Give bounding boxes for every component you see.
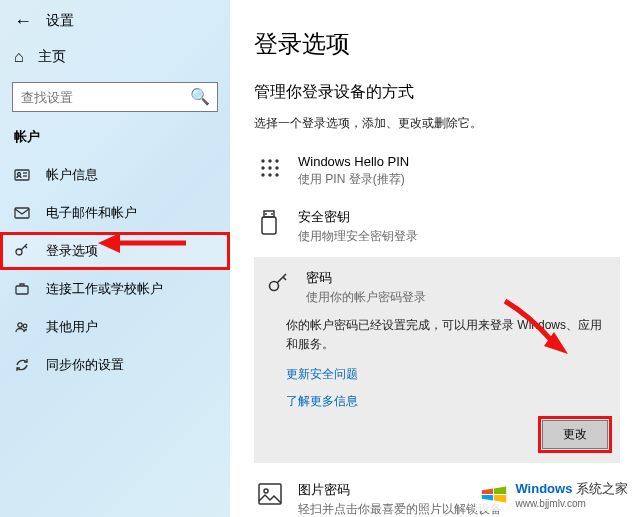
pin-pad-icon [258, 154, 284, 188]
svg-point-15 [268, 166, 271, 169]
sidebar-item-label: 登录选项 [46, 242, 98, 260]
svg-point-8 [23, 324, 27, 328]
section-intro: 选择一个登录选项，添加、更改或删除它。 [254, 115, 620, 132]
windows-logo-icon [479, 479, 509, 509]
briefcase-icon [14, 281, 32, 297]
svg-marker-28 [482, 488, 493, 494]
key-icon [266, 269, 292, 306]
password-detail-text: 你的帐户密码已经设置完成，可以用来登录 Windows、应用和服务。 [286, 316, 608, 354]
signin-option-password-expanded: 密码 使用你的帐户密码登录 你的帐户密码已经设置完成，可以用来登录 Window… [254, 257, 620, 463]
option-subtitle: 使用物理安全密钥登录 [298, 228, 616, 245]
svg-point-26 [264, 489, 268, 493]
picture-icon [258, 481, 284, 517]
svg-marker-30 [482, 495, 493, 501]
svg-point-1 [18, 173, 21, 176]
sidebar-item-sync[interactable]: 同步你的设置 [0, 346, 230, 384]
option-title: 安全密钥 [298, 208, 616, 226]
signin-option-password[interactable]: 密码 使用你的帐户密码登录 [266, 269, 608, 316]
watermark-sub: 系统之家 [576, 481, 628, 496]
settings-title: 设置 [46, 12, 74, 30]
watermark: Windows 系统之家 www.bjjmlv.com [475, 477, 632, 511]
svg-marker-29 [494, 487, 506, 495]
sidebar-item-label: 其他用户 [46, 318, 98, 336]
svg-rect-21 [262, 217, 276, 234]
svg-point-12 [268, 159, 271, 162]
watermark-brand: Windows [515, 481, 572, 496]
sync-icon [14, 357, 32, 373]
watermark-site: www.bjjmlv.com [515, 498, 628, 509]
update-security-questions-link[interactable]: 更新安全问题 [286, 366, 608, 383]
sidebar-item-other-users[interactable]: 其他用户 [0, 308, 230, 346]
svg-point-7 [18, 323, 22, 327]
home-nav[interactable]: ⌂ 主页 [0, 38, 230, 76]
sidebar-item-label: 帐户信息 [46, 166, 98, 184]
sidebar-item-email[interactable]: 电子邮件和帐户 [0, 194, 230, 232]
svg-marker-31 [494, 495, 506, 503]
svg-point-16 [275, 166, 278, 169]
option-title: Windows Hello PIN [298, 154, 616, 169]
settings-sidebar: ← 设置 ⌂ 主页 🔍 帐户 帐户信息 电子邮件和帐户 [0, 0, 230, 517]
signin-option-pin[interactable]: Windows Hello PIN 使用 PIN 登录(推荐) [254, 146, 620, 196]
section-heading: 管理你登录设备的方式 [254, 82, 620, 103]
sidebar-item-signin-options[interactable]: 登录选项 [0, 232, 230, 270]
change-password-button[interactable]: 更改 [542, 420, 608, 449]
sidebar-category: 帐户 [0, 122, 230, 156]
search-input[interactable] [12, 82, 218, 112]
main-panel: 登录选项 管理你登录设备的方式 选择一个登录选项，添加、更改或删除它。 Wind… [230, 0, 640, 517]
usb-key-icon [258, 208, 284, 245]
svg-rect-4 [15, 208, 29, 218]
svg-point-17 [261, 173, 264, 176]
home-icon: ⌂ [14, 48, 24, 66]
page-title: 登录选项 [254, 28, 620, 60]
option-subtitle: 使用你的帐户密码登录 [306, 289, 608, 306]
mail-icon [14, 205, 32, 221]
sidebar-item-label: 同步你的设置 [46, 356, 124, 374]
svg-point-14 [261, 166, 264, 169]
svg-point-5 [16, 249, 22, 255]
svg-point-18 [268, 173, 271, 176]
svg-point-19 [275, 173, 278, 176]
sidebar-item-work-school[interactable]: 连接工作或学校帐户 [0, 270, 230, 308]
svg-point-13 [275, 159, 278, 162]
home-label: 主页 [38, 48, 66, 66]
key-icon [14, 243, 32, 259]
back-arrow-icon[interactable]: ← [14, 12, 32, 30]
svg-point-11 [261, 159, 264, 162]
learn-more-link[interactable]: 了解更多信息 [286, 393, 608, 410]
annotation-highlight-box: 更改 [542, 420, 608, 449]
option-subtitle: 使用 PIN 登录(推荐) [298, 171, 616, 188]
sidebar-item-label: 电子邮件和帐户 [46, 204, 137, 222]
svg-rect-6 [16, 286, 28, 294]
person-card-icon [14, 167, 32, 183]
people-icon [14, 319, 32, 335]
sidebar-item-label: 连接工作或学校帐户 [46, 280, 163, 298]
option-title: 密码 [306, 269, 608, 287]
sidebar-item-account-info[interactable]: 帐户信息 [0, 156, 230, 194]
signin-option-security-key[interactable]: 安全密钥 使用物理安全密钥登录 [254, 200, 620, 253]
